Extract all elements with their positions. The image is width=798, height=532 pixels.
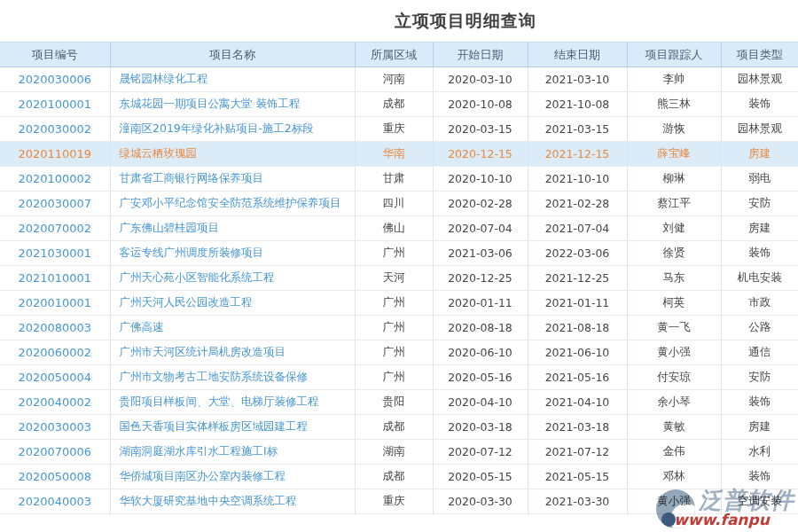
tracker-cell: 金伟 bbox=[627, 440, 721, 465]
start-date-cell: 2020-05-16 bbox=[433, 365, 528, 390]
project-name-link[interactable]: 贵阳项目样板间、大堂、电梯厅装修工程 bbox=[110, 390, 355, 415]
table-body: 2020030006 晟铭园林绿化工程 河南 2020-03-10 2021-0… bbox=[0, 67, 798, 514]
table-row[interactable]: 2020030002 潼南区2019年绿化补贴项目-施工2标段 重庆 2020-… bbox=[0, 117, 798, 142]
project-code-link[interactable]: 2020030003 bbox=[0, 415, 110, 440]
project-name-link[interactable]: 广州天河人民公园改造工程 bbox=[110, 291, 355, 316]
project-code-link[interactable]: 2021010001 bbox=[0, 266, 110, 291]
region-cell: 贵阳 bbox=[355, 390, 433, 415]
tracker-cell: 黄一飞 bbox=[627, 316, 721, 340]
project-code-link[interactable]: 2020030002 bbox=[0, 117, 110, 142]
tracker-cell: 邓林 bbox=[627, 465, 721, 489]
table-row[interactable]: 2020030006 晟铭园林绿化工程 河南 2020-03-10 2021-0… bbox=[0, 67, 798, 92]
start-date-cell: 2020-10-10 bbox=[433, 167, 528, 192]
region-cell: 华南 bbox=[355, 142, 433, 167]
end-date-cell: 2021-02-28 bbox=[528, 192, 627, 216]
region-cell: 甘肃 bbox=[355, 167, 433, 192]
type-cell: 安防 bbox=[721, 192, 798, 216]
end-date-cell: 2021-01-11 bbox=[528, 291, 627, 316]
project-code-link[interactable]: 2020080003 bbox=[0, 316, 110, 340]
table-row[interactable]: 2020070006 湖南洞庭湖水库引水工程施工I标 湖南 2020-07-12… bbox=[0, 440, 798, 465]
project-code-link[interactable]: 2020050004 bbox=[0, 365, 110, 390]
project-name-link[interactable]: 广州天心苑小区智能化系统工程 bbox=[110, 266, 355, 291]
project-name-link[interactable]: 广佛高速 bbox=[110, 316, 355, 340]
table-row[interactable]: 2020050004 广州市文物考古工地安防系统设备保修 广州 2020-05-… bbox=[0, 365, 798, 390]
type-cell: 装饰 bbox=[721, 241, 798, 266]
header-project-type: 项目类型 bbox=[721, 43, 798, 67]
project-name-link[interactable]: 华软大厦研究基地中央空调系统工程 bbox=[110, 489, 355, 514]
project-name-link[interactable]: 广州市文物考古工地安防系统设备保修 bbox=[110, 365, 355, 390]
table-row[interactable]: 2020100001 东城花园一期项目公寓大堂 装饰工程 成都 2020-10-… bbox=[0, 92, 798, 117]
start-date-cell: 2020-07-04 bbox=[433, 216, 528, 241]
table-row[interactable]: 2021010001 广州天心苑小区智能化系统工程 天河 2020-12-25 … bbox=[0, 266, 798, 291]
tracker-cell: 马东 bbox=[627, 266, 721, 291]
table-row[interactable]: 2020050008 华侨城项目南区办公室内装修工程 成都 2020-05-15… bbox=[0, 465, 798, 489]
project-name-link[interactable]: 华侨城项目南区办公室内装修工程 bbox=[110, 465, 355, 489]
end-date-cell: 2021-03-18 bbox=[528, 415, 627, 440]
project-name-link[interactable]: 东城花园一期项目公寓大堂 装饰工程 bbox=[110, 92, 355, 117]
tracker-cell: 黄小强 bbox=[627, 340, 721, 365]
tracker-cell: 黄敏 bbox=[627, 415, 721, 440]
project-code-link[interactable]: 2020060002 bbox=[0, 340, 110, 365]
type-cell: 弱电 bbox=[721, 167, 798, 192]
table-row[interactable]: 2021030001 客运专线广州调度所装修项目 广州 2021-03-06 2… bbox=[0, 241, 798, 266]
project-code-link[interactable]: 2020040003 bbox=[0, 489, 110, 514]
project-code-link[interactable]: 2020100002 bbox=[0, 167, 110, 192]
end-date-cell: 2022-03-06 bbox=[528, 241, 627, 266]
end-date-cell: 2021-03-10 bbox=[528, 67, 627, 92]
type-cell: 公路 bbox=[721, 316, 798, 340]
table-row[interactable]: 2020030007 广安邓小平纪念馆安全防范系统维护保养项目 四川 2020-… bbox=[0, 192, 798, 216]
project-name-link[interactable]: 甘肃省工商银行网络保养项目 bbox=[110, 167, 355, 192]
table-row[interactable]: 2020080003 广佛高速 广州 2020-08-18 2021-08-18… bbox=[0, 316, 798, 340]
table-row[interactable]: 2020110019 绿城云栖玫瑰园 华南 2020-12-15 2021-12… bbox=[0, 142, 798, 167]
end-date-cell: 2021-05-15 bbox=[528, 465, 627, 489]
region-cell: 广州 bbox=[355, 340, 433, 365]
project-name-link[interactable]: 晟铭园林绿化工程 bbox=[110, 67, 355, 92]
table-row[interactable]: 2020100002 甘肃省工商银行网络保养项目 甘肃 2020-10-10 2… bbox=[0, 167, 798, 192]
type-cell: 机电安装 bbox=[721, 266, 798, 291]
project-code-link[interactable]: 2020070006 bbox=[0, 440, 110, 465]
start-date-cell: 2020-03-15 bbox=[433, 117, 528, 142]
project-code-link[interactable]: 2020030006 bbox=[0, 67, 110, 92]
project-name-link[interactable]: 潼南区2019年绿化补贴项目-施工2标段 bbox=[110, 117, 355, 142]
type-cell: 装饰 bbox=[721, 92, 798, 117]
end-date-cell: 2021-05-16 bbox=[528, 365, 627, 390]
table-row[interactable]: 2020070002 广东佛山碧桂园项目 佛山 2020-07-04 2021-… bbox=[0, 216, 798, 241]
project-detail-query-page: 立项项目明细查询 项目编号 项目名称 所属区域 开始日期 结束日期 项目跟踪人 … bbox=[0, 0, 798, 532]
project-name-link[interactable]: 广州市天河区统计局机房改造项目 bbox=[110, 340, 355, 365]
type-cell: 园林景观 bbox=[721, 67, 798, 92]
start-date-cell: 2020-06-10 bbox=[433, 340, 528, 365]
project-name-link[interactable]: 国色天香项目实体样板房区域园建工程 bbox=[110, 415, 355, 440]
start-date-cell: 2020-07-12 bbox=[433, 440, 528, 465]
project-name-link[interactable]: 绿城云栖玫瑰园 bbox=[110, 142, 355, 167]
table-row[interactable]: 2020040002 贵阳项目样板间、大堂、电梯厅装修工程 贵阳 2020-04… bbox=[0, 390, 798, 415]
table-row[interactable]: 2020060002 广州市天河区统计局机房改造项目 广州 2020-06-10… bbox=[0, 340, 798, 365]
end-date-cell: 2021-06-10 bbox=[528, 340, 627, 365]
region-cell: 成都 bbox=[355, 92, 433, 117]
project-name-link[interactable]: 客运专线广州调度所装修项目 bbox=[110, 241, 355, 266]
project-code-link[interactable]: 2020070002 bbox=[0, 216, 110, 241]
end-date-cell: 2021-03-15 bbox=[528, 117, 627, 142]
tracker-cell: 柯英 bbox=[627, 291, 721, 316]
region-cell: 成都 bbox=[355, 415, 433, 440]
project-name-link[interactable]: 广东佛山碧桂园项目 bbox=[110, 216, 355, 241]
project-code-link[interactable]: 2021030001 bbox=[0, 241, 110, 266]
project-code-link[interactable]: 2020110019 bbox=[0, 142, 110, 167]
region-cell: 天河 bbox=[355, 266, 433, 291]
project-code-link[interactable]: 2020100001 bbox=[0, 92, 110, 117]
project-code-link[interactable]: 2020040002 bbox=[0, 390, 110, 415]
project-code-link[interactable]: 2020050008 bbox=[0, 465, 110, 489]
project-name-link[interactable]: 广安邓小平纪念馆安全防范系统维护保养项目 bbox=[110, 192, 355, 216]
type-cell: 房建 bbox=[721, 142, 798, 167]
start-date-cell: 2020-02-28 bbox=[433, 192, 528, 216]
project-code-link[interactable]: 2020010001 bbox=[0, 291, 110, 316]
end-date-cell: 2021-07-04 bbox=[528, 216, 627, 241]
table-row[interactable]: 2020040003 华软大厦研究基地中央空调系统工程 重庆 2020-03-3… bbox=[0, 489, 798, 514]
end-date-cell: 2021-12-15 bbox=[528, 142, 627, 167]
region-cell: 重庆 bbox=[355, 117, 433, 142]
project-code-link[interactable]: 2020030007 bbox=[0, 192, 110, 216]
table-row[interactable]: 2020030003 国色天香项目实体样板房区域园建工程 成都 2020-03-… bbox=[0, 415, 798, 440]
table-row[interactable]: 2020010001 广州天河人民公园改造工程 广州 2020-01-11 20… bbox=[0, 291, 798, 316]
type-cell: 水利 bbox=[721, 440, 798, 465]
region-cell: 佛山 bbox=[355, 216, 433, 241]
project-name-link[interactable]: 湖南洞庭湖水库引水工程施工I标 bbox=[110, 440, 355, 465]
